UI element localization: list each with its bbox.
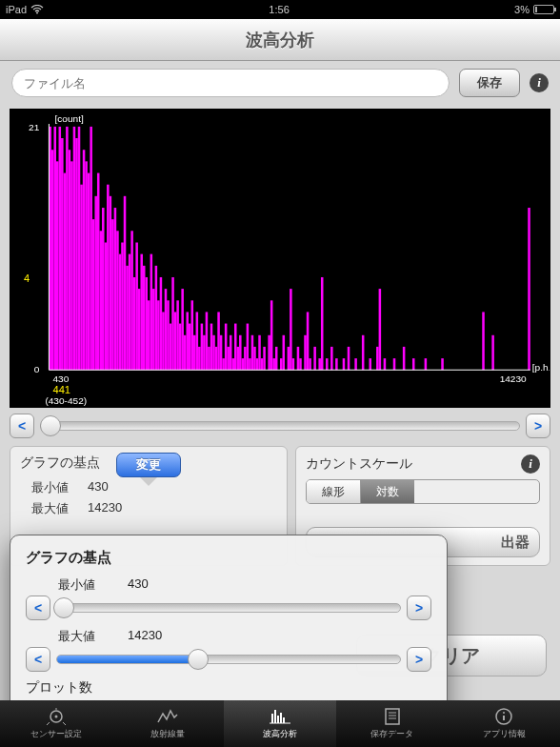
clock: 1:56 bbox=[269, 4, 289, 15]
pop-min-prev[interactable]: < bbox=[26, 596, 50, 620]
svg-rect-94 bbox=[272, 358, 275, 370]
pop-max-next[interactable]: > bbox=[407, 647, 431, 672]
svg-rect-8 bbox=[64, 173, 67, 371]
svg-rect-117 bbox=[376, 347, 379, 370]
svg-rect-17 bbox=[85, 161, 88, 370]
svg-rect-43 bbox=[148, 300, 150, 370]
svg-rect-80 bbox=[237, 347, 240, 370]
svg-rect-63 bbox=[196, 312, 199, 370]
chart-area: [count] 21 0 [p.h.] 430 14230 4 441 (430… bbox=[10, 109, 550, 408]
info-icon[interactable]: i bbox=[530, 73, 549, 92]
filename-input[interactable] bbox=[11, 69, 450, 97]
svg-rect-11 bbox=[70, 161, 73, 370]
countscale-info-icon[interactable]: i bbox=[521, 454, 540, 474]
svg-rect-120 bbox=[393, 358, 396, 370]
svg-rect-61 bbox=[191, 300, 194, 370]
svg-rect-77 bbox=[230, 335, 232, 370]
app-icon bbox=[490, 707, 517, 726]
content-area: 保存 i [count] 21 0 [p.h.] 430 14230 4 441… bbox=[0, 61, 560, 700]
svg-rect-67 bbox=[206, 312, 209, 370]
svg-rect-55 bbox=[176, 300, 179, 370]
svg-rect-82 bbox=[242, 358, 245, 370]
svg-rect-142 bbox=[274, 710, 276, 723]
svg-rect-143 bbox=[277, 716, 279, 723]
tab-sensor[interactable]: センサー設定 bbox=[0, 700, 112, 747]
svg-rect-96 bbox=[280, 358, 283, 370]
svg-rect-15 bbox=[80, 185, 83, 371]
svg-rect-33 bbox=[124, 196, 127, 370]
svg-rect-41 bbox=[143, 266, 146, 370]
pop-max-slider[interactable] bbox=[56, 655, 401, 664]
svg-text:14230: 14230 bbox=[500, 374, 528, 384]
popover-min-value: 430 bbox=[128, 576, 149, 594]
svg-rect-48 bbox=[160, 277, 163, 370]
device-label: iPad bbox=[6, 4, 27, 15]
svg-rect-5 bbox=[56, 161, 59, 370]
change-button[interactable]: 変更 bbox=[116, 453, 181, 477]
svg-rect-88 bbox=[256, 358, 259, 370]
min-value: 430 bbox=[88, 479, 109, 496]
svg-rect-69 bbox=[210, 324, 213, 371]
svg-rect-3 bbox=[51, 150, 54, 370]
svg-rect-65 bbox=[201, 324, 204, 371]
svg-point-153 bbox=[503, 712, 505, 714]
svg-rect-20 bbox=[92, 219, 95, 370]
svg-rect-73 bbox=[220, 335, 223, 370]
svg-rect-13 bbox=[75, 138, 78, 370]
svg-rect-84 bbox=[247, 324, 250, 371]
pop-min-slider[interactable] bbox=[56, 603, 401, 613]
svg-rect-12 bbox=[73, 127, 76, 370]
svg-rect-25 bbox=[105, 243, 108, 371]
svg-rect-32 bbox=[121, 243, 124, 371]
save-button[interactable]: 保存 bbox=[459, 69, 520, 97]
range-prev-button[interactable]: < bbox=[10, 414, 34, 438]
popover-title: グラフの基点 bbox=[26, 549, 431, 567]
tab-app[interactable]: アプリ情報 bbox=[448, 700, 560, 747]
svg-rect-62 bbox=[193, 335, 196, 370]
wifi-icon bbox=[30, 5, 44, 14]
svg-rect-147 bbox=[386, 709, 399, 724]
svg-rect-56 bbox=[179, 324, 182, 371]
svg-rect-93 bbox=[270, 300, 273, 370]
scale-log[interactable]: 対数 bbox=[360, 480, 414, 503]
svg-rect-114 bbox=[354, 358, 357, 370]
svg-text:[count]: [count] bbox=[54, 113, 84, 124]
tab-saved[interactable]: 保存データ bbox=[336, 700, 449, 747]
battery-percent: 3% bbox=[514, 4, 530, 15]
popover-max-label: 最大値 bbox=[58, 628, 95, 645]
pop-max-prev[interactable]: < bbox=[26, 647, 50, 672]
svg-rect-113 bbox=[348, 347, 350, 370]
svg-rect-19 bbox=[90, 127, 92, 370]
max-label: 最大値 bbox=[31, 500, 69, 517]
svg-rect-36 bbox=[130, 231, 133, 370]
svg-rect-59 bbox=[186, 312, 189, 370]
nav-bar: 波高分析 bbox=[0, 19, 560, 61]
range-slider[interactable] bbox=[40, 421, 520, 431]
svg-text:4: 4 bbox=[24, 273, 30, 284]
svg-rect-116 bbox=[369, 358, 371, 370]
svg-rect-144 bbox=[280, 713, 282, 723]
tab-radiation[interactable]: 放射線量 bbox=[112, 700, 225, 747]
pop-min-next[interactable]: > bbox=[407, 596, 431, 620]
svg-rect-47 bbox=[157, 300, 160, 370]
svg-rect-101 bbox=[297, 347, 300, 370]
svg-rect-57 bbox=[181, 289, 184, 370]
svg-rect-42 bbox=[146, 277, 149, 370]
svg-rect-35 bbox=[129, 254, 131, 371]
scale-segmented[interactable]: 線形 対数 bbox=[306, 479, 540, 504]
svg-rect-74 bbox=[222, 358, 225, 370]
svg-rect-40 bbox=[140, 254, 143, 371]
svg-rect-46 bbox=[155, 266, 158, 370]
svg-rect-87 bbox=[253, 347, 256, 370]
svg-rect-22 bbox=[97, 173, 100, 371]
svg-rect-28 bbox=[111, 219, 114, 370]
svg-rect-70 bbox=[212, 335, 215, 370]
svg-rect-141 bbox=[271, 714, 273, 723]
tab-bar[interactable]: センサー設定放射線量波高分析保存データアプリ情報 bbox=[0, 700, 560, 747]
range-next-button[interactable]: > bbox=[526, 414, 550, 438]
svg-rect-97 bbox=[283, 335, 286, 370]
tab-pha[interactable]: 波高分析 bbox=[224, 700, 336, 747]
svg-rect-39 bbox=[138, 289, 141, 370]
pha-icon bbox=[267, 707, 293, 726]
scale-linear[interactable]: 線形 bbox=[307, 480, 360, 503]
